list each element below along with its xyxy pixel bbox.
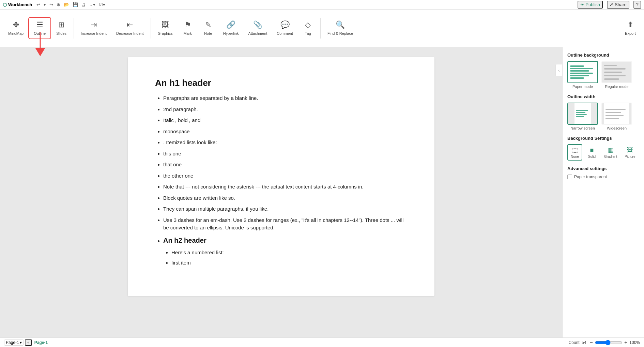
- main-layout: An h1 header Paragraphs are separated by…: [0, 47, 644, 337]
- bottom-left: Page-1 ▾ + Page-1: [4, 339, 49, 346]
- undo-dropdown-button[interactable]: ▾: [42, 1, 47, 8]
- bullet-list: Paragraphs are separated by a blank line…: [155, 94, 407, 267]
- mark-tool[interactable]: ⚑ Mark: [178, 18, 198, 39]
- list-item: Block quotes are written like so.: [163, 194, 407, 202]
- redo-button[interactable]: ↪: [48, 1, 55, 8]
- list-item: Here's a numbered list:: [171, 249, 407, 257]
- paper-line: [570, 65, 584, 67]
- paper-line: [570, 77, 584, 79]
- picture-bg-button[interactable]: 🖼 Picture: [622, 145, 638, 161]
- list-item: Use 3 dashes for an em-dash. Use 2 dashe…: [163, 216, 407, 232]
- check-button[interactable]: ☑▾: [97, 1, 107, 8]
- wide-line: [605, 115, 623, 116]
- zoom-level: 100%: [629, 340, 640, 345]
- indent-tools-group: ⇥ Increase Indent ⇤ Decrease Indent: [76, 18, 149, 39]
- picture-bg-icon: 🖼: [627, 147, 633, 154]
- content-area: An h1 header Paragraphs are separated by…: [0, 47, 562, 337]
- list-item: this one: [163, 150, 407, 158]
- publish-button[interactable]: ✈ Publish: [578, 1, 603, 9]
- attachment-icon: 📎: [253, 20, 262, 29]
- solid-bg-button[interactable]: ■ Solid: [584, 145, 599, 161]
- gradient-bg-button[interactable]: ▦ Gradient: [601, 144, 620, 161]
- paper-line: [570, 70, 589, 72]
- list-item: They can span multiple paragraphs, if yo…: [163, 205, 407, 213]
- narrow-line: [576, 112, 585, 113]
- open-button[interactable]: 📂: [62, 1, 71, 8]
- graphics-tool[interactable]: 🖼 Graphics: [153, 18, 178, 39]
- add-page-button[interactable]: +: [25, 339, 32, 346]
- bottom-right: Count: 54 − + 100%: [569, 340, 640, 346]
- paper-mode-label: Paper mode: [572, 85, 593, 89]
- bg-buttons: ⬚ None ■ Solid ▦ Gradient 🖼 Picture: [567, 144, 639, 161]
- document[interactable]: An h1 header Paragraphs are separated by…: [128, 57, 434, 296]
- panel-collapse-button[interactable]: ‹: [555, 64, 562, 76]
- hyperlink-tool[interactable]: 🔗 Hyperlink: [218, 18, 244, 39]
- page-dropdown[interactable]: Page-1 ▾: [4, 340, 24, 346]
- increase-indent-tool[interactable]: ⇥ Increase Indent: [76, 18, 111, 39]
- new-tab-button[interactable]: ⊕: [55, 1, 62, 8]
- find-replace-tool[interactable]: 🔍 Find & Replace: [323, 18, 358, 39]
- export-tool[interactable]: ⬆ Export: [620, 18, 641, 39]
- list-item: that one: [163, 161, 407, 169]
- zoom-in-button[interactable]: +: [624, 340, 628, 346]
- list-item: An h2 header Here's a numbered list: fir…: [163, 235, 407, 267]
- share-button[interactable]: ⤢ Share: [607, 1, 629, 9]
- narrow-screen-option[interactable]: Narrow screen: [567, 103, 598, 130]
- top-bar: ⬡ Workbench ↩ ▾ ↪ ⊕ 📂 💾 🖨 ⤓▾ ☑▾ ✈ Publis…: [0, 0, 644, 10]
- narrow-screen-label: Narrow screen: [570, 126, 595, 130]
- insert-tools-group: 🖼 Graphics ⚑ Mark ✎ Note 🔗 Hyperlink 📎 A…: [153, 18, 318, 39]
- save-button[interactable]: 💾: [71, 1, 79, 8]
- comment-tool[interactable]: 💬 Comment: [272, 18, 298, 39]
- list-item: Note that --- not considering the asteri…: [163, 183, 407, 191]
- find-replace-icon: 🔍: [336, 20, 345, 29]
- widescreen-thumb[interactable]: [601, 103, 632, 125]
- none-bg-button[interactable]: ⬚ None: [567, 144, 582, 161]
- paper-line: [570, 75, 589, 76]
- print-button[interactable]: 🖨: [80, 1, 87, 8]
- decrease-indent-icon: ⇤: [127, 20, 133, 29]
- narrow-screen-thumb[interactable]: [567, 103, 598, 125]
- regular-line: [604, 68, 626, 70]
- help-button[interactable]: ?: [633, 1, 641, 9]
- paper-transparent-checkbox[interactable]: [567, 175, 572, 179]
- outline-background-section: Outline background Paper mode: [567, 52, 639, 89]
- share-icon: ⤢: [610, 2, 613, 7]
- tag-tool[interactable]: ◇ Tag: [298, 18, 318, 39]
- undo-button[interactable]: ↩: [35, 1, 42, 8]
- regular-mode-label: Regular mode: [605, 85, 628, 89]
- zoom-slider[interactable]: [595, 340, 622, 345]
- paper-line: [570, 73, 593, 74]
- regular-thumb-preview: [602, 62, 631, 82]
- app-title-text: Workbench: [8, 2, 32, 7]
- paper-mode-option[interactable]: Paper mode: [567, 61, 598, 89]
- widescreen-option[interactable]: Widescreen: [601, 103, 632, 130]
- width-options: Narrow screen Widescreen: [567, 103, 639, 130]
- list-item: Paragraphs are separated by a blank line…: [163, 94, 407, 102]
- paper-mode-thumb[interactable]: [567, 61, 598, 83]
- app-icon: ⬡: [3, 2, 7, 7]
- top-bar-left: ⬡ Workbench ↩ ▾ ↪ ⊕ 📂 💾 🖨 ⤓▾ ☑▾: [3, 1, 107, 8]
- graphics-icon: 🖼: [162, 20, 169, 29]
- app-title: ⬡ Workbench: [3, 2, 32, 7]
- page-tab[interactable]: Page-1: [33, 340, 49, 346]
- regular-mode-thumb[interactable]: [601, 61, 632, 83]
- narrow-line: [576, 116, 584, 117]
- decrease-indent-tool[interactable]: ⇤ Decrease Indent: [111, 18, 149, 39]
- mark-icon: ⚑: [184, 20, 191, 29]
- regular-mode-option[interactable]: Regular mode: [601, 61, 632, 89]
- mindmap-tool[interactable]: ✤ MindMap: [3, 18, 28, 39]
- regular-line: [604, 72, 622, 73]
- narrow-line: [576, 114, 586, 115]
- wide-line: [605, 109, 626, 110]
- outline-tool[interactable]: ☰ Outline: [28, 17, 51, 39]
- wide-line: [605, 112, 621, 113]
- bottom-bar: Page-1 ▾ + Page-1 Count: 54 − + 100%: [0, 337, 644, 347]
- wide-thumb-preview: [602, 103, 631, 124]
- slides-tool[interactable]: ⊞ Slides: [51, 18, 72, 39]
- note-tool[interactable]: ✎ Note: [198, 18, 218, 39]
- paper-transparent-row[interactable]: Paper transparent: [567, 175, 639, 179]
- export-dropdown-button[interactable]: ⤓▾: [88, 1, 97, 8]
- regular-line: [604, 65, 617, 66]
- zoom-out-button[interactable]: −: [589, 340, 594, 346]
- attachment-tool[interactable]: 📎 Attachment: [244, 18, 272, 39]
